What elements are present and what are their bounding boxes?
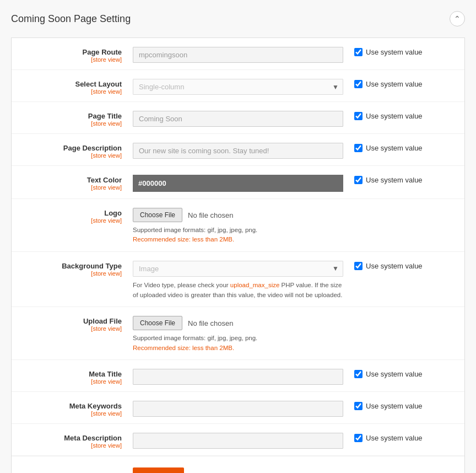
field-scope-logo: [store view] (23, 217, 122, 224)
page-header: Coming Soon Page Setting ⌃ (11, 11, 465, 26)
system-value-label-meta_title[interactable]: Use system value (354, 370, 423, 378)
choose-file-btn-logo[interactable]: Choose File (133, 208, 182, 222)
preview-button[interactable]: Preview (133, 467, 184, 473)
system-value-label-meta_description[interactable]: Use system value (354, 434, 423, 442)
label-col-logo: Logo [store view] (23, 206, 133, 224)
form-row-meta_description: Meta Description [store view] Use system… (12, 424, 464, 456)
select-wrapper-background_type: ImageVideoColor ▼ (133, 261, 343, 277)
system-value-label-background_type[interactable]: Use system value (354, 262, 423, 270)
field-scope-meta_description: [store view] (23, 442, 122, 449)
control-col-upload_file: Choose File No file chosen Supported ima… (133, 314, 343, 353)
label-col-meta_description: Meta Description [store view] (23, 431, 133, 449)
select-wrapper-select_layout: Single-columnTwo-column ▼ (133, 79, 343, 95)
upload-max-size-link[interactable]: upload_max_size (230, 282, 280, 288)
system-col-background_type: Use system value (343, 259, 453, 270)
system-value-text-background_type: Use system value (366, 262, 423, 270)
select-select_layout[interactable]: Single-columnTwo-column (133, 79, 343, 95)
file-input-row-logo: Choose File No file chosen (133, 208, 343, 222)
color-field-text_color[interactable]: #000000 (133, 175, 343, 192)
no-file-text-logo: No file chosen (188, 211, 233, 219)
input-meta_description[interactable] (133, 433, 343, 449)
system-checkbox-meta_description[interactable] (354, 434, 363, 442)
system-value-label-meta_keywords[interactable]: Use system value (354, 402, 423, 410)
field-scope-upload_file: [store view] (23, 325, 122, 332)
system-col-logo (343, 206, 453, 209)
system-checkbox-meta_keywords[interactable] (354, 402, 363, 410)
label-col-text_color: Text Color [store view] (23, 173, 133, 191)
field-scope-background_type: [store view] (23, 270, 122, 277)
system-col-page_title: Use system value (343, 109, 453, 120)
system-checkbox-background_type[interactable] (354, 262, 363, 270)
form-row-select_layout: Select Layout [store view] Single-column… (12, 70, 464, 102)
system-value-label-text_color[interactable]: Use system value (354, 176, 423, 184)
video-info: For Video type, please check your upload… (133, 280, 343, 300)
select-background_type[interactable]: ImageVideoColor (133, 261, 343, 277)
form-row-page_title: Page Title [store view] Use system value (12, 102, 464, 134)
system-value-label-page_route[interactable]: Use system value (354, 48, 423, 56)
field-label-logo: Logo (23, 209, 122, 217)
form-row-background_type: Background Type [store view] ImageVideoC… (12, 252, 464, 308)
system-value-label-select_layout[interactable]: Use system value (354, 80, 423, 88)
system-checkbox-page_title[interactable] (354, 112, 363, 120)
control-col-meta_keywords (133, 399, 343, 417)
form-row-meta_keywords: Meta Keywords [store view] Use system va… (12, 392, 464, 424)
system-value-label-page_description[interactable]: Use system value (354, 144, 423, 152)
system-col-text_color: Use system value (343, 173, 453, 184)
file-input-row-upload_file: Choose File No file chosen (133, 316, 343, 330)
file-info-logo: Supported image formats: gif, jpg, jpeg,… (133, 225, 343, 245)
collapse-button[interactable]: ⌃ (450, 11, 465, 26)
system-value-label-page_title[interactable]: Use system value (354, 112, 423, 120)
system-col-upload_file (343, 314, 453, 317)
system-value-text-meta_keywords: Use system value (366, 402, 423, 410)
control-col-meta_description (133, 431, 343, 449)
form-row-upload_file: Upload File [store view] Choose File No … (12, 307, 464, 360)
input-meta_title[interactable] (133, 369, 343, 385)
system-checkbox-page_route[interactable] (354, 48, 363, 56)
label-col-page_route: Page Route [store view] (23, 45, 133, 63)
system-value-text-page_route: Use system value (366, 48, 423, 56)
field-label-meta_description: Meta Description (23, 434, 122, 442)
form-row-page_route: Page Route [store view] Use system value (12, 38, 464, 70)
form-row-meta_title: Meta Title [store view] Use system value (12, 360, 464, 392)
system-col-meta_description: Use system value (343, 431, 453, 442)
field-scope-page_route: [store view] (23, 56, 122, 63)
field-label-meta_title: Meta Title (23, 370, 122, 378)
control-col-text_color: #000000 (133, 173, 343, 192)
input-page_route[interactable] (133, 47, 343, 63)
choose-file-btn-upload_file[interactable]: Choose File (133, 316, 182, 330)
field-label-page_route: Page Route (23, 48, 122, 56)
field-label-text_color: Text Color (23, 176, 122, 184)
field-scope-page_description: [store view] (23, 152, 122, 159)
field-label-page_title: Page Title (23, 112, 122, 120)
label-col-upload_file: Upload File [store view] (23, 314, 133, 332)
control-col-page_description (133, 141, 343, 159)
field-label-select_layout: Select Layout (23, 80, 122, 88)
input-meta_keywords[interactable] (133, 401, 343, 417)
system-col-page_description: Use system value (343, 141, 453, 152)
system-value-text-meta_description: Use system value (366, 434, 423, 442)
input-page_title[interactable] (133, 111, 343, 127)
system-value-text-meta_title: Use system value (366, 370, 423, 378)
system-checkbox-page_description[interactable] (354, 144, 363, 152)
field-label-background_type: Background Type (23, 262, 122, 270)
control-col-page_route (133, 45, 343, 63)
system-value-text-text_color: Use system value (366, 176, 423, 184)
no-file-text-upload_file: No file chosen (188, 319, 233, 327)
page-title: Coming Soon Page Setting (11, 13, 131, 25)
field-scope-page_title: [store view] (23, 120, 122, 127)
input-page_description[interactable] (133, 143, 343, 159)
form-row-logo: Logo [store view] Choose File No file ch… (12, 199, 464, 252)
form-row-page_description: Page Description [store view] Use system… (12, 134, 464, 166)
control-col-page_title (133, 109, 343, 127)
system-value-text-select_layout: Use system value (366, 80, 423, 88)
control-col-background_type: ImageVideoColor ▼ For Video type, please… (133, 259, 343, 300)
system-checkbox-text_color[interactable] (354, 176, 363, 184)
system-checkbox-meta_title[interactable] (354, 370, 363, 378)
form-row-text_color: Text Color [store view] #000000 Use syst… (12, 166, 464, 199)
label-col-background_type: Background Type [store view] (23, 259, 133, 277)
system-col-meta_title: Use system value (343, 367, 453, 378)
system-col-page_route: Use system value (343, 45, 453, 56)
system-value-text-page_title: Use system value (366, 112, 423, 120)
label-col-page_title: Page Title [store view] (23, 109, 133, 127)
system-checkbox-select_layout[interactable] (354, 80, 363, 88)
